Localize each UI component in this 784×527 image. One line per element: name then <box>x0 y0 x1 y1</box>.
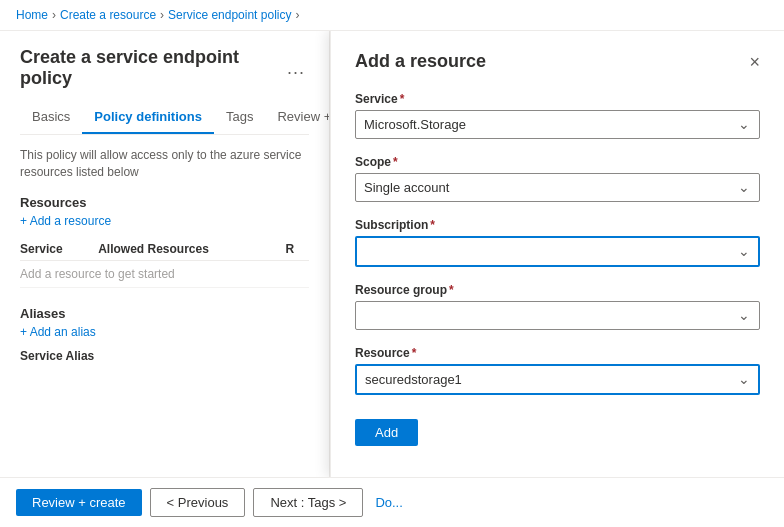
service-select[interactable]: Microsoft.Storage <box>355 110 760 139</box>
scope-select[interactable]: Single account <box>355 173 760 202</box>
side-panel: Add a resource × Service* Microsoft.Stor… <box>330 31 784 477</box>
subscription-label: Subscription* <box>355 218 760 232</box>
tabs-container: Basics Policy definitions Tags Review + … <box>20 101 309 135</box>
side-panel-title: Add a resource <box>355 51 486 72</box>
scope-field-group: Scope* Single account <box>355 155 760 202</box>
page-title-row: Create a service endpoint policy ... <box>20 47 309 89</box>
aliases-section-title: Aliases <box>20 306 309 321</box>
subscription-field-group: Subscription* <box>355 218 760 267</box>
service-select-wrapper: Microsoft.Storage <box>355 110 760 139</box>
breadcrumb-sep-1: › <box>52 8 56 22</box>
aliases-section: Aliases + Add an alias Service Alias <box>20 306 309 363</box>
tab-review-create[interactable]: Review + create <box>265 101 330 134</box>
tab-basics[interactable]: Basics <box>20 101 82 134</box>
tab-tags[interactable]: Tags <box>214 101 265 134</box>
subscription-select-wrapper <box>355 236 760 267</box>
resources-section-title: Resources <box>20 195 309 210</box>
col-service: Service <box>20 238 98 261</box>
policy-description: This policy will allow access only to th… <box>20 147 309 181</box>
download-button[interactable]: Do... <box>371 489 406 516</box>
close-button[interactable]: × <box>749 53 760 71</box>
review-create-button[interactable]: Review + create <box>16 489 142 516</box>
resource-group-required: * <box>449 283 454 297</box>
resource-select[interactable]: securedstorage1 <box>355 364 760 395</box>
service-required: * <box>400 92 405 106</box>
breadcrumb: Home › Create a resource › Service endpo… <box>0 0 784 31</box>
service-field-group: Service* Microsoft.Storage <box>355 92 760 139</box>
empty-message: Add a resource to get started <box>20 260 309 287</box>
subscription-required: * <box>430 218 435 232</box>
ellipsis-button[interactable]: ... <box>283 58 309 79</box>
previous-button[interactable]: < Previous <box>150 488 246 517</box>
scope-select-wrapper: Single account <box>355 173 760 202</box>
main-layout: Create a service endpoint policy ... Bas… <box>0 31 784 477</box>
add-button[interactable]: Add <box>355 419 418 446</box>
tab-policy-definitions[interactable]: Policy definitions <box>82 101 214 134</box>
table-row-empty: Add a resource to get started <box>20 260 309 287</box>
next-button[interactable]: Next : Tags > <box>253 488 363 517</box>
resource-group-select[interactable] <box>355 301 760 330</box>
page-title: Create a service endpoint policy <box>20 47 283 89</box>
service-label: Service* <box>355 92 760 106</box>
resource-select-wrapper: securedstorage1 <box>355 364 760 395</box>
left-panel: Create a service endpoint policy ... Bas… <box>0 31 330 477</box>
col-r: R <box>285 238 309 261</box>
scope-label: Scope* <box>355 155 760 169</box>
breadcrumb-home[interactable]: Home <box>16 8 48 22</box>
resource-group-select-wrapper <box>355 301 760 330</box>
breadcrumb-create-resource[interactable]: Create a resource <box>60 8 156 22</box>
resource-field-group: Resource* securedstorage1 <box>355 346 760 395</box>
scope-required: * <box>393 155 398 169</box>
breadcrumb-sep-3: › <box>295 8 299 22</box>
side-panel-header: Add a resource × <box>355 51 760 72</box>
col-allowed-resources: Allowed Resources <box>98 238 285 261</box>
service-alias-label: Service Alias <box>20 349 309 363</box>
resource-group-label: Resource group* <box>355 283 760 297</box>
breadcrumb-sep-2: › <box>160 8 164 22</box>
resource-label: Resource* <box>355 346 760 360</box>
resource-required: * <box>412 346 417 360</box>
resource-group-field-group: Resource group* <box>355 283 760 330</box>
breadcrumb-policy[interactable]: Service endpoint policy <box>168 8 291 22</box>
subscription-select[interactable] <box>355 236 760 267</box>
add-resource-link[interactable]: + Add a resource <box>20 214 309 228</box>
action-bar: Review + create < Previous Next : Tags >… <box>0 477 784 527</box>
resources-table: Service Allowed Resources R Add a resour… <box>20 238 309 288</box>
add-alias-link[interactable]: + Add an alias <box>20 325 309 339</box>
